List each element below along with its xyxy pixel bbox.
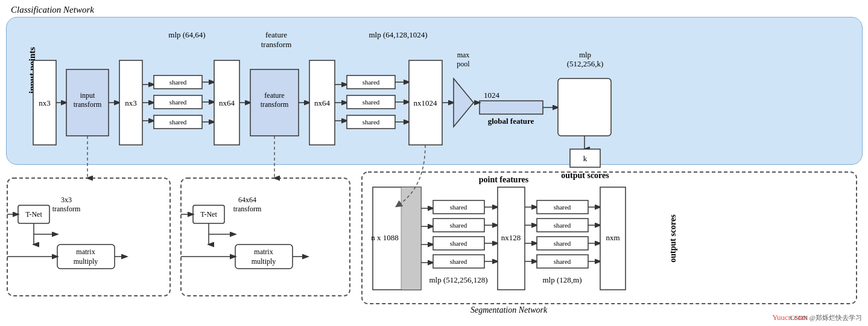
n1088-label: n x 1088 — [371, 233, 399, 242]
tnet2-label: T-Net — [200, 210, 217, 219]
input-transform-label: input — [80, 91, 95, 100]
nx64-label-1: nx64 — [219, 98, 235, 107]
input-transform-label2: transform — [74, 100, 102, 109]
global-feature-box — [480, 101, 543, 114]
seg-mlp2-box3-text: shared — [554, 240, 571, 247]
nx1024-label: nx1024 — [414, 98, 438, 107]
seg-mlp2-label: mlp (128,m) — [543, 275, 582, 284]
seg-mlp2-box2-text: shared — [554, 222, 571, 229]
mlp3-box — [558, 78, 611, 136]
mlp2-box1-text: shared — [363, 78, 380, 86]
feature-transform-label: feature — [265, 30, 287, 39]
matrix2-label2: multiply — [252, 257, 276, 266]
max-pool-label1: max — [457, 51, 470, 59]
global-feature-label: global feature — [488, 117, 534, 126]
mlp1-label: mlp (64,64) — [168, 30, 205, 39]
tnet1-box — [7, 178, 170, 296]
attribution: CSDN @郑烁烂快去学习 — [790, 313, 862, 322]
main-container: Classification Network input points nx3 … — [0, 0, 868, 326]
transform1-label2: transform — [52, 205, 81, 213]
seg-mlp2-box4-text: shared — [554, 258, 571, 265]
nx3-label-1: nx3 — [39, 98, 51, 107]
nx64-label-2: nx64 — [314, 98, 331, 107]
point-features-label: point features — [479, 175, 529, 184]
seg-mlp1-label: mlp (512,256,128) — [429, 275, 487, 284]
feature-transform-label2: transform — [261, 40, 292, 49]
mlp3-label2: (512,256,k) — [567, 59, 604, 68]
max-pool-label2: pool — [457, 60, 470, 68]
seg-mlp1-box4-text: shared — [450, 258, 467, 265]
n1088-box-gray — [401, 187, 421, 290]
mlp1-box1-text: shared — [169, 78, 187, 86]
transform2-label2: transform — [233, 205, 262, 213]
output-scores-seg-label: output scores — [668, 214, 677, 263]
transform1-label: 3x3 — [61, 196, 72, 204]
seg-network-label: Segmentation Network — [470, 305, 548, 315]
mlp2-label: mlp (64,128,1024) — [369, 30, 427, 39]
mlp2-box3-text: shared — [363, 118, 380, 126]
feature-transform-label4: transform — [261, 100, 289, 109]
feature-transform-label3: feature — [264, 91, 284, 100]
seg-mlp1-box2-text: shared — [450, 222, 467, 229]
matrix2-label1: matrix — [254, 248, 273, 256]
tnet2-box — [181, 178, 350, 296]
mlp2-box2-text: shared — [363, 98, 380, 106]
nxm-label: nxm — [606, 233, 619, 242]
seg-mlp1-box1-text: shared — [450, 203, 467, 211]
transform2-label: 64x64 — [238, 196, 256, 204]
diagram-svg: input points nx3 input transform nx3 mlp… — [0, 0, 868, 326]
tnet1-label: T-Net — [25, 210, 42, 219]
1024-label: 1024 — [484, 91, 500, 100]
k-label: k — [583, 154, 588, 163]
matrix1-label2: multiply — [74, 257, 98, 266]
nx3-label-2: nx3 — [125, 98, 137, 107]
mlp1-box3-text: shared — [169, 118, 187, 126]
matrix1-label1: matrix — [76, 248, 95, 256]
max-pool-symbol — [454, 78, 474, 127]
seg-mlp2-box1-text: shared — [554, 203, 571, 211]
nx128-label: nx128 — [501, 233, 521, 242]
seg-mlp1-box3-text: shared — [450, 240, 467, 247]
mlp1-box2-text: shared — [169, 98, 187, 106]
mlp3-label: mlp — [579, 50, 591, 59]
